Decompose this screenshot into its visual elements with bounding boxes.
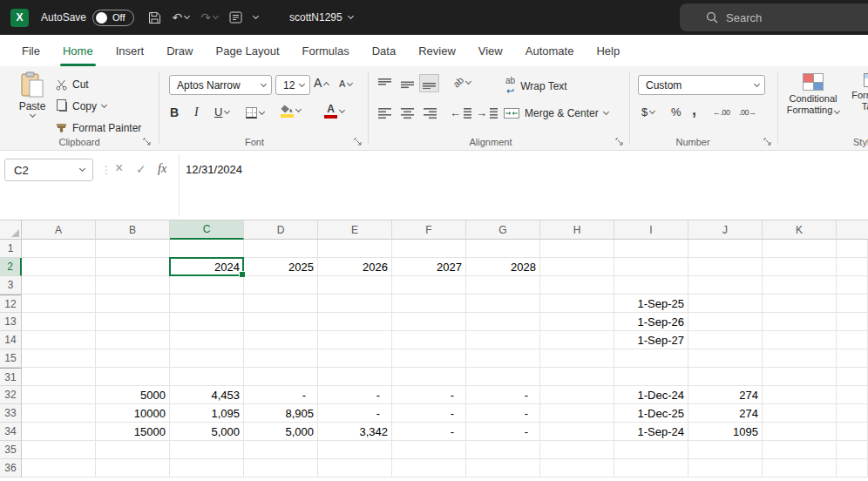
cell-A13[interactable] [22,313,96,331]
menu-tab-view[interactable]: View [467,35,514,66]
cell-E12[interactable] [318,295,392,313]
cell-G12[interactable] [466,295,540,313]
increase-decimal-button[interactable]: ←.00 [713,108,730,117]
clipboard-dialog-launcher-icon[interactable] [143,138,152,146]
cell-J34[interactable]: 1095 [688,423,763,441]
cell-J14[interactable] [688,331,763,349]
cell-C32[interactable]: 4,453 [170,386,244,404]
cell-H35[interactable] [540,441,614,459]
cell-F15[interactable] [392,349,466,368]
orientation-button[interactable]: ab [453,78,471,87]
cell-J1[interactable] [688,240,763,258]
cell-A3[interactable] [22,276,96,295]
cell-H2[interactable] [540,258,614,276]
cell-D2[interactable]: 2025 [244,258,318,276]
row-header-15[interactable]: 15 [0,349,22,368]
cell-G34[interactable]: - [466,423,540,441]
cell-B2[interactable] [96,258,170,276]
cell-F35[interactable] [392,441,466,459]
cell-B13[interactable] [96,313,170,331]
row-header-13[interactable]: 13 [0,313,22,331]
cell-I2[interactable] [614,258,688,276]
cell-B12[interactable] [96,295,170,313]
cell-J15[interactable] [688,349,763,368]
row-header-12[interactable]: 12 [0,295,22,313]
increase-font-size-button[interactable]: A [314,78,329,89]
cell-C3[interactable] [170,276,244,295]
qat-extra-button[interactable] [229,11,242,24]
cell-E31[interactable] [318,368,392,386]
align-left-button[interactable] [378,108,391,119]
account-button[interactable]: scottN1295 [289,11,353,24]
cell-F12[interactable] [392,295,466,313]
font-size-combobox[interactable]: 12 [275,75,310,95]
cell-A14[interactable] [22,331,96,349]
percent-style-button[interactable]: % [671,106,682,118]
cell-F1[interactable] [392,240,466,258]
menu-tab-draw[interactable]: Draw [155,35,204,66]
cell-C36[interactable] [170,459,244,478]
cell-I35[interactable] [614,441,688,459]
cell-A35[interactable] [22,441,96,459]
cell-F14[interactable] [392,331,466,349]
column-header-A[interactable]: A [22,220,96,240]
cell-K3[interactable] [763,276,837,295]
align-center-button[interactable] [401,108,414,119]
menu-tab-formulas[interactable]: Formulas [291,35,361,66]
cell-C1[interactable] [170,240,244,258]
cell-F34[interactable]: - [392,423,466,441]
cell-E13[interactable] [318,313,392,331]
cell-D32[interactable]: - [244,386,318,404]
cell-E2[interactable]: 2026 [318,258,392,276]
row-header-32[interactable]: 32 [0,386,22,404]
cell-J31[interactable] [688,368,763,386]
cell-C12[interactable] [170,295,244,313]
cell-F36[interactable] [392,459,466,478]
cell-J2[interactable] [688,258,763,276]
cell-G15[interactable] [466,349,540,368]
format-as-table-button[interactable]: Format as Table [847,73,868,112]
row-header-2[interactable]: 2 [0,258,22,276]
column-header-K[interactable]: K [763,220,837,240]
cell-K36[interactable] [763,459,837,478]
column-header-D[interactable]: D [244,220,318,240]
cell-H1[interactable] [540,240,614,258]
cell-H31[interactable] [540,368,614,386]
merge-center-button[interactable]: Merge & Center [504,107,608,119]
align-right-button[interactable] [424,108,437,119]
cell-E36[interactable] [318,459,392,478]
paste-button[interactable]: Paste [12,71,52,117]
decrease-decimal-button[interactable]: .00→ [739,108,756,117]
cell-A1[interactable] [22,240,96,258]
select-all-button[interactable] [0,220,22,240]
row-header-34[interactable]: 34 [0,423,22,441]
cell-A2[interactable] [22,258,96,276]
cell-D14[interactable] [244,331,318,349]
cell-E32[interactable]: - [318,386,392,404]
row-header-31[interactable]: 31 [0,368,22,386]
cell-H32[interactable] [540,386,614,404]
cell-B35[interactable] [96,441,170,459]
menu-tab-data[interactable]: Data [361,35,407,66]
cell-K1[interactable] [763,240,837,258]
bold-button[interactable]: B [170,106,179,119]
comma-style-button[interactable]: , [692,105,696,115]
cell-H15[interactable] [540,349,614,368]
cell-K35[interactable] [763,441,837,459]
menu-tab-home[interactable]: Home [51,35,105,66]
cell-B32[interactable]: 5000 [96,386,170,404]
cell-G3[interactable] [466,276,540,295]
menu-tab-automate[interactable]: Automate [514,35,586,66]
cell-C31[interactable] [170,368,244,386]
cell-A32[interactable] [22,386,96,404]
cell-C35[interactable] [170,441,244,459]
cell-A31[interactable] [22,368,96,386]
row-header-1[interactable]: 1 [0,240,22,258]
redo-button[interactable]: ↷ [200,10,218,24]
formula-input[interactable]: 12/31/2024 [186,163,242,176]
cell-B36[interactable] [96,459,170,478]
cell-D35[interactable] [244,441,318,459]
cell-D1[interactable] [244,240,318,258]
cell-H13[interactable] [540,313,614,331]
cell-K15[interactable] [763,349,837,368]
